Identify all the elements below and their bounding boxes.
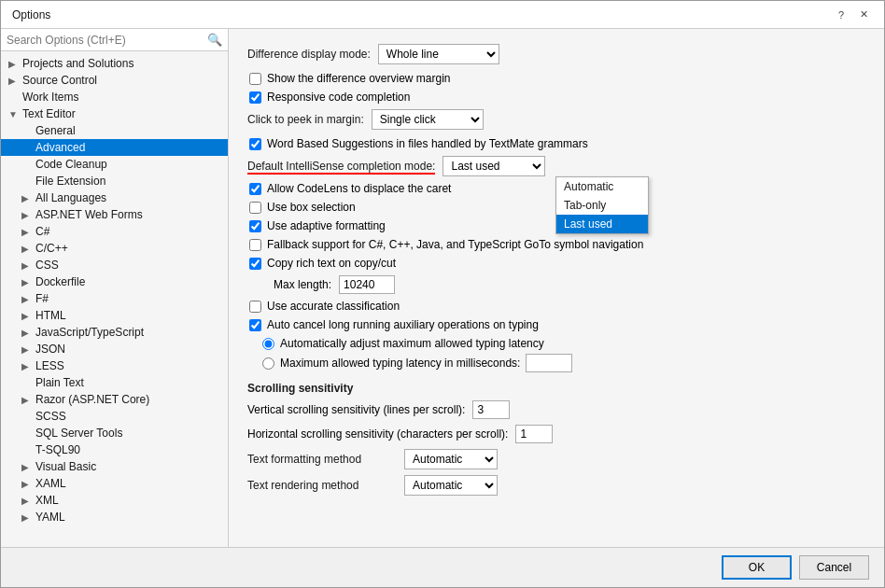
sidebar-item-label: XAML	[35, 477, 66, 490]
arrow-icon: ▶	[21, 395, 33, 405]
sidebar-item-sql-server[interactable]: SQL Server Tools	[1, 425, 228, 441]
codelens-checkbox[interactable]	[249, 183, 261, 195]
ok-button[interactable]: OK	[722, 555, 792, 580]
arrow-icon: ▶	[21, 328, 33, 338]
arrow-icon: ▶	[8, 76, 20, 86]
fallback-support-label: Fallback support for C#, C++, Java, and …	[267, 238, 643, 251]
sidebar-item-label: Text Editor	[22, 107, 76, 120]
sidebar-item-xml[interactable]: ▶ XML	[1, 492, 228, 509]
radio-max-latency-label: Maximum allowed typing latency in millis…	[280, 357, 520, 370]
sidebar-item-cpp[interactable]: ▶ C/C++	[1, 240, 228, 257]
sidebar-item-yaml[interactable]: ▶ YAML	[1, 509, 228, 525]
box-selection-label: Use box selection	[267, 201, 356, 214]
close-button[interactable]: ✕	[854, 6, 873, 24]
radio-section: Automatically adjust maximum allowed typ…	[247, 337, 865, 372]
text-rendering-row: Text rendering method Automatic DirectWr…	[247, 475, 865, 496]
sidebar-item-label: JSON	[35, 343, 65, 356]
max-length-input[interactable]	[339, 275, 395, 294]
radio-max-latency[interactable]	[262, 357, 274, 370]
sidebar-item-tsql90[interactable]: T-SQL90	[1, 441, 228, 458]
help-button[interactable]: ?	[832, 6, 850, 24]
sidebar-item-xaml[interactable]: ▶ XAML	[1, 475, 228, 492]
sidebar-item-label: Advanced	[35, 141, 85, 154]
sidebar-item-label: LESS	[35, 359, 64, 372]
responsive-code-checkbox[interactable]	[249, 91, 261, 104]
sidebar-item-css[interactable]: ▶ CSS	[1, 257, 228, 273]
sidebar-item-label: YAML	[35, 511, 65, 524]
sidebar-item-csharp[interactable]: ▶ C#	[1, 223, 228, 240]
word-based-checkbox[interactable]	[249, 138, 261, 150]
copy-rich-checkbox[interactable]	[249, 258, 261, 270]
word-based-row: Word Based Suggestions in files handled …	[247, 137, 865, 150]
sidebar-item-advanced[interactable]: Advanced	[1, 139, 228, 156]
show-diff-margin-checkbox[interactable]	[249, 73, 261, 85]
sidebar-item-label: File Extension	[35, 175, 105, 188]
sidebar-item-code-cleanup[interactable]: Code Cleanup	[1, 156, 228, 173]
auto-cancel-checkbox[interactable]	[249, 319, 261, 331]
arrow-icon: ▶	[21, 193, 33, 203]
sidebar-item-json[interactable]: ▶ JSON	[1, 341, 228, 357]
horizontal-scroll-input[interactable]	[515, 425, 553, 443]
sidebar-item-dockerfile[interactable]: ▶ Dockerfile	[1, 273, 228, 290]
dropdown-item-automatic[interactable]: Automatic	[556, 177, 648, 196]
max-latency-input[interactable]	[526, 354, 572, 372]
sidebar-item-text-editor[interactable]: ▼ Text Editor	[1, 105, 228, 122]
search-input[interactable]	[7, 34, 204, 47]
sidebar-item-work-items[interactable]: Work Items	[1, 89, 228, 105]
adaptive-formatting-checkbox[interactable]	[249, 220, 261, 232]
intellisense-label: Default IntelliSense completion mode:	[247, 160, 435, 173]
text-formatting-select[interactable]: Automatic DirectWrite GDI	[404, 449, 498, 469]
show-diff-margin-label: Show the difference overview margin	[267, 72, 451, 85]
word-based-label: Word Based Suggestions in files handled …	[267, 137, 588, 150]
use-accurate-label: Use accurate classification	[267, 300, 400, 313]
sidebar-item-label: T-SQL90	[35, 443, 80, 456]
sidebar-item-razor[interactable]: ▶ Razor (ASP.NET Core)	[1, 391, 228, 408]
sidebar-item-aspnet[interactable]: ▶ ASP.NET Web Forms	[1, 206, 228, 223]
title-bar: Options ? ✕	[1, 1, 884, 29]
arrow-icon: ▶	[21, 344, 33, 355]
sidebar-item-fsharp[interactable]: ▶ F#	[1, 290, 228, 307]
window-title: Options	[12, 8, 50, 21]
arrow-icon: ▶	[21, 512, 33, 523]
search-icon: 🔍	[207, 33, 222, 47]
sidebar-item-all-languages[interactable]: ▶ All Languages	[1, 189, 228, 206]
sidebar-item-label: Source Control	[22, 74, 97, 87]
search-box: 🔍	[1, 29, 228, 51]
click-to-peek-row: Click to peek in margin: Single click Do…	[247, 109, 865, 130]
arrow-icon: ▶	[21, 462, 33, 472]
main-content: 🔍 ▶ Projects and Solutions ▶ Source Cont…	[1, 29, 884, 547]
sidebar-item-html[interactable]: ▶ HTML	[1, 307, 228, 324]
text-formatting-label: Text formatting method	[247, 453, 397, 466]
diff-display-label: Difference display mode:	[247, 48, 371, 61]
dropdown-item-tab-only[interactable]: Tab-only	[556, 196, 648, 215]
sidebar-item-label: SCSS	[35, 410, 66, 423]
sidebar-item-label: Code Cleanup	[35, 158, 107, 171]
sidebar-item-scss[interactable]: SCSS	[1, 408, 228, 425]
sidebar-item-file-extension[interactable]: File Extension	[1, 173, 228, 189]
fallback-support-checkbox[interactable]	[249, 239, 261, 251]
sidebar-item-source-control[interactable]: ▶ Source Control	[1, 72, 228, 89]
sidebar-item-label: CSS	[35, 259, 59, 272]
adaptive-formatting-label: Use adaptive formatting	[267, 219, 386, 232]
arrow-icon: ▶	[21, 277, 33, 287]
vertical-scroll-label: Vertical scrolling sensitivity (lines pe…	[247, 403, 465, 416]
arrow-icon: ▶	[21, 244, 33, 254]
sidebar-item-vb[interactable]: ▶ Visual Basic	[1, 458, 228, 475]
use-accurate-checkbox[interactable]	[249, 301, 261, 313]
radio-auto-adjust[interactable]	[262, 338, 274, 350]
vertical-scroll-input[interactable]	[472, 400, 510, 419]
codelens-label: Allow CodeLens to displace the caret	[267, 182, 451, 195]
cancel-button[interactable]: Cancel	[799, 555, 869, 580]
sidebar-item-plain-text[interactable]: Plain Text	[1, 374, 228, 391]
sidebar-item-projects-solutions[interactable]: ▶ Projects and Solutions	[1, 55, 228, 72]
dropdown-item-last-used[interactable]: Last used	[556, 215, 648, 233]
box-selection-checkbox[interactable]	[249, 202, 261, 214]
click-to-peek-select[interactable]: Single click Double click	[372, 109, 484, 130]
text-rendering-select[interactable]: Automatic DirectWrite GDI	[404, 475, 498, 496]
sidebar-item-js-ts[interactable]: ▶ JavaScript/TypeScript	[1, 324, 228, 341]
arrow-icon: ▶	[21, 496, 33, 506]
diff-display-select[interactable]: Whole line Full file Margin only	[378, 44, 499, 64]
sidebar-item-less[interactable]: ▶ LESS	[1, 357, 228, 374]
intellisense-select[interactable]: Last used Automatic Tab-only	[442, 156, 545, 176]
sidebar-item-general[interactable]: General	[1, 122, 228, 139]
